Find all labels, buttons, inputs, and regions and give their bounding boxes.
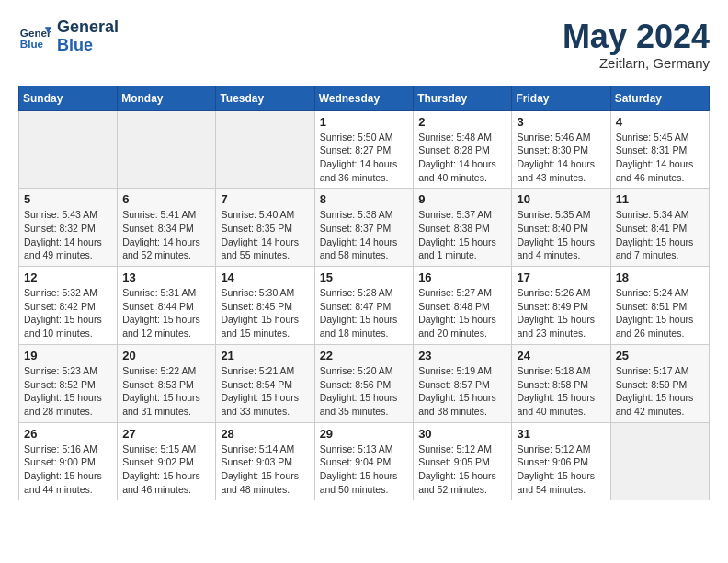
calendar-cell: 6Sunrise: 5:41 AM Sunset: 8:34 PM Daylig…	[118, 189, 216, 267]
calendar-cell: 21Sunrise: 5:21 AM Sunset: 8:54 PM Dayli…	[216, 344, 314, 422]
cell-info: Sunrise: 5:20 AM Sunset: 8:56 PM Dayligh…	[320, 364, 409, 419]
calendar-week-row: 12Sunrise: 5:32 AM Sunset: 8:42 PM Dayli…	[19, 267, 710, 345]
cell-info: Sunrise: 5:18 AM Sunset: 8:58 PM Dayligh…	[517, 364, 605, 419]
day-number: 11	[616, 192, 704, 206]
cell-info: Sunrise: 5:24 AM Sunset: 8:51 PM Dayligh…	[616, 286, 704, 340]
calendar-table: SundayMondayTuesdayWednesdayThursdayFrid…	[18, 86, 710, 501]
cell-info: Sunrise: 5:15 AM Sunset: 9:02 PM Dayligh…	[122, 442, 210, 497]
calendar-cell: 28Sunrise: 5:14 AM Sunset: 9:03 PM Dayli…	[216, 422, 314, 500]
calendar-cell: 23Sunrise: 5:19 AM Sunset: 8:57 PM Dayli…	[414, 344, 512, 422]
calendar-cell: 2Sunrise: 5:48 AM Sunset: 8:28 PM Daylig…	[414, 110, 512, 189]
col-header-saturday: Saturday	[610, 86, 709, 110]
cell-info: Sunrise: 5:28 AM Sunset: 8:47 PM Dayligh…	[320, 286, 409, 340]
day-number: 4	[616, 115, 704, 129]
cell-info: Sunrise: 5:14 AM Sunset: 9:03 PM Dayligh…	[221, 442, 309, 497]
calendar-cell: 12Sunrise: 5:32 AM Sunset: 8:42 PM Dayli…	[19, 267, 118, 345]
calendar-cell: 4Sunrise: 5:45 AM Sunset: 8:31 PM Daylig…	[610, 110, 709, 189]
cell-info: Sunrise: 5:12 AM Sunset: 9:05 PM Dayligh…	[418, 442, 506, 497]
day-number: 20	[122, 349, 210, 362]
calendar-cell	[610, 422, 709, 500]
calendar-cell: 16Sunrise: 5:27 AM Sunset: 8:48 PM Dayli…	[414, 267, 512, 345]
calendar-cell: 27Sunrise: 5:15 AM Sunset: 9:02 PM Dayli…	[118, 422, 216, 500]
calendar-cell: 14Sunrise: 5:30 AM Sunset: 8:45 PM Dayli…	[216, 267, 314, 345]
day-number: 31	[517, 427, 605, 441]
calendar-cell: 5Sunrise: 5:43 AM Sunset: 8:32 PM Daylig…	[19, 189, 118, 267]
cell-info: Sunrise: 5:38 AM Sunset: 8:37 PM Dayligh…	[320, 208, 409, 262]
calendar-cell: 26Sunrise: 5:16 AM Sunset: 9:00 PM Dayli…	[19, 422, 118, 500]
day-number: 16	[418, 270, 506, 284]
cell-info: Sunrise: 5:43 AM Sunset: 8:32 PM Dayligh…	[24, 208, 112, 262]
calendar-cell: 7Sunrise: 5:40 AM Sunset: 8:35 PM Daylig…	[216, 189, 314, 267]
day-number: 9	[418, 192, 506, 206]
cell-info: Sunrise: 5:31 AM Sunset: 8:44 PM Dayligh…	[122, 286, 210, 340]
day-number: 30	[418, 427, 506, 441]
day-number: 19	[24, 349, 112, 362]
calendar-cell: 18Sunrise: 5:24 AM Sunset: 8:51 PM Dayli…	[610, 267, 709, 345]
day-number: 3	[517, 115, 605, 129]
cell-info: Sunrise: 5:48 AM Sunset: 8:28 PM Dayligh…	[418, 131, 506, 185]
cell-info: Sunrise: 5:32 AM Sunset: 8:42 PM Dayligh…	[24, 286, 112, 340]
col-header-friday: Friday	[512, 86, 610, 110]
day-number: 10	[517, 192, 605, 206]
day-number: 12	[24, 270, 112, 284]
day-number: 13	[122, 270, 210, 284]
calendar-cell: 11Sunrise: 5:34 AM Sunset: 8:41 PM Dayli…	[610, 189, 709, 267]
col-header-monday: Monday	[118, 86, 216, 110]
cell-info: Sunrise: 5:16 AM Sunset: 9:00 PM Dayligh…	[24, 442, 112, 497]
calendar-week-row: 1Sunrise: 5:50 AM Sunset: 8:27 PM Daylig…	[19, 110, 710, 189]
calendar-cell: 10Sunrise: 5:35 AM Sunset: 8:40 PM Dayli…	[512, 189, 610, 267]
col-header-thursday: Thursday	[414, 86, 512, 110]
cell-info: Sunrise: 5:27 AM Sunset: 8:48 PM Dayligh…	[418, 286, 506, 340]
calendar-cell: 15Sunrise: 5:28 AM Sunset: 8:47 PM Dayli…	[314, 267, 414, 345]
calendar-cell: 19Sunrise: 5:23 AM Sunset: 8:52 PM Dayli…	[19, 344, 118, 422]
calendar-cell: 25Sunrise: 5:17 AM Sunset: 8:59 PM Dayli…	[610, 344, 709, 422]
col-header-tuesday: Tuesday	[216, 86, 314, 110]
cell-info: Sunrise: 5:30 AM Sunset: 8:45 PM Dayligh…	[221, 286, 309, 340]
month-year-title: May 2024	[563, 18, 710, 55]
calendar-cell: 13Sunrise: 5:31 AM Sunset: 8:44 PM Dayli…	[118, 267, 216, 345]
cell-info: Sunrise: 5:46 AM Sunset: 8:30 PM Dayligh…	[517, 131, 605, 185]
day-number: 15	[320, 270, 409, 284]
day-number: 28	[221, 427, 309, 441]
calendar-cell: 9Sunrise: 5:37 AM Sunset: 8:38 PM Daylig…	[414, 189, 512, 267]
cell-info: Sunrise: 5:41 AM Sunset: 8:34 PM Dayligh…	[122, 208, 210, 262]
cell-info: Sunrise: 5:40 AM Sunset: 8:35 PM Dayligh…	[221, 208, 309, 262]
day-number: 27	[122, 427, 210, 441]
cell-info: Sunrise: 5:17 AM Sunset: 8:59 PM Dayligh…	[616, 364, 704, 419]
day-number: 2	[418, 115, 506, 129]
day-number: 1	[320, 115, 409, 129]
page-header: General Blue General Blue May 2024 Zeitl…	[18, 18, 710, 71]
calendar-cell: 8Sunrise: 5:38 AM Sunset: 8:37 PM Daylig…	[314, 189, 414, 267]
day-number: 25	[616, 349, 704, 362]
cell-info: Sunrise: 5:21 AM Sunset: 8:54 PM Dayligh…	[221, 364, 309, 419]
calendar-cell: 24Sunrise: 5:18 AM Sunset: 8:58 PM Dayli…	[512, 344, 610, 422]
cell-info: Sunrise: 5:50 AM Sunset: 8:27 PM Dayligh…	[320, 131, 409, 185]
day-number: 29	[320, 427, 409, 441]
cell-info: Sunrise: 5:23 AM Sunset: 8:52 PM Dayligh…	[24, 364, 112, 419]
day-number: 26	[24, 427, 112, 441]
day-number: 23	[418, 349, 506, 362]
calendar-cell: 29Sunrise: 5:13 AM Sunset: 9:04 PM Dayli…	[314, 422, 414, 500]
calendar-cell: 17Sunrise: 5:26 AM Sunset: 8:49 PM Dayli…	[512, 267, 610, 345]
cell-info: Sunrise: 5:12 AM Sunset: 9:06 PM Dayligh…	[517, 442, 605, 497]
day-number: 8	[320, 192, 409, 206]
logo: General Blue General Blue	[18, 18, 119, 55]
day-number: 5	[24, 192, 112, 206]
col-header-sunday: Sunday	[19, 86, 118, 110]
cell-info: Sunrise: 5:34 AM Sunset: 8:41 PM Dayligh…	[616, 208, 704, 262]
day-number: 17	[517, 270, 605, 284]
title-block: May 2024 Zeitlarn, Germany	[563, 18, 710, 71]
days-of-week-row: SundayMondayTuesdayWednesdayThursdayFrid…	[19, 86, 710, 110]
day-number: 6	[122, 192, 210, 206]
day-number: 22	[320, 349, 409, 362]
cell-info: Sunrise: 5:13 AM Sunset: 9:04 PM Dayligh…	[320, 442, 409, 497]
day-number: 14	[221, 270, 309, 284]
cell-info: Sunrise: 5:45 AM Sunset: 8:31 PM Dayligh…	[616, 131, 704, 185]
cell-info: Sunrise: 5:19 AM Sunset: 8:57 PM Dayligh…	[418, 364, 506, 419]
calendar-cell	[216, 110, 314, 189]
calendar-cell	[19, 110, 118, 189]
cell-info: Sunrise: 5:22 AM Sunset: 8:53 PM Dayligh…	[122, 364, 210, 419]
cell-info: Sunrise: 5:26 AM Sunset: 8:49 PM Dayligh…	[517, 286, 605, 340]
col-header-wednesday: Wednesday	[314, 86, 414, 110]
calendar-cell: 31Sunrise: 5:12 AM Sunset: 9:06 PM Dayli…	[512, 422, 610, 500]
